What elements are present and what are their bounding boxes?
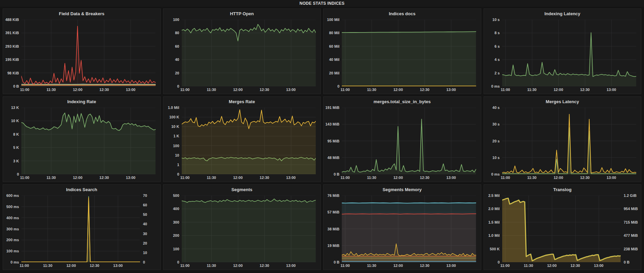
panel-http-open: HTTP Open 100806040200 11:0011:3012:0012… bbox=[163, 8, 321, 94]
plot-area[interactable] bbox=[182, 196, 316, 262]
x-axis: 11:0011:3012:0012:3013:00 bbox=[182, 262, 316, 269]
panel-segments-memory: Segments Memory 76 MiB57 MiB38 MiB19 MiB… bbox=[323, 184, 481, 270]
chart: 488 KiB391 KiB293 KiB195 KiB98 KiB0 B 11… bbox=[4, 20, 160, 93]
y-axis-right bbox=[316, 108, 320, 174]
chart-svg bbox=[502, 196, 621, 262]
plot-area[interactable] bbox=[182, 108, 316, 174]
panel-title[interactable]: Indexing Rate bbox=[3, 97, 160, 105]
chart: 2.5 Mil2.0 Mil1.5 Mil1.0 Mil500 K0 1.2 G… bbox=[485, 196, 641, 269]
y-axis-left: 76 MiB57 MiB38 MiB19 MiB0 B bbox=[324, 196, 342, 262]
dashboard-grid: Field Data & Breakers 488 KiB391 KiB293 … bbox=[0, 7, 644, 273]
chart: 76 MiB57 MiB38 MiB19 MiB0 B 11:0011:3012… bbox=[324, 196, 480, 269]
y-axis-right: 1.2 GiB954 MiB715 MiB477 MiB238 MiB0 B bbox=[621, 196, 640, 262]
chart-svg bbox=[342, 196, 476, 262]
chart-svg bbox=[342, 108, 476, 174]
plot-area[interactable] bbox=[342, 108, 476, 174]
plot-area[interactable] bbox=[502, 108, 637, 174]
panel-indices-docs: Indices docs 100 Mil80 Mil60 Mil40 Mil20… bbox=[323, 8, 481, 94]
x-axis: 11:0011:3012:0012:3013:00 bbox=[182, 174, 316, 181]
panel-title[interactable]: Indexing Latency bbox=[484, 9, 641, 17]
y-axis-right bbox=[476, 20, 480, 86]
chart-svg bbox=[21, 108, 156, 174]
chart-svg bbox=[182, 108, 316, 174]
chart: 100 Mil80 Mil60 Mil40 Mil20 Mil0 11:0011… bbox=[324, 20, 480, 93]
plot-area[interactable] bbox=[502, 20, 637, 86]
plot-area[interactable] bbox=[21, 20, 156, 86]
y-axis-left: 488 KiB391 KiB293 KiB195 KiB98 KiB0 B bbox=[4, 20, 21, 86]
panel-title[interactable]: Indices docs bbox=[324, 9, 481, 17]
panel-merges-latency: Merges Latency 40 s30 s20 s10 s0 ms 11:0… bbox=[484, 96, 642, 182]
chart: 600 ms500 ms400 ms300 ms200 ms100 ms0 ms… bbox=[4, 196, 160, 269]
panel-segments: Segments 5004003002001000 11:0011:3012:0… bbox=[163, 184, 321, 270]
chart: 13 K10 K8 K5 K3 K0 11:0011:3012:0012:301… bbox=[4, 108, 160, 181]
chart-svg bbox=[21, 20, 156, 86]
plot-area[interactable] bbox=[342, 20, 476, 86]
chart-svg bbox=[342, 20, 476, 86]
chart-svg bbox=[502, 20, 637, 86]
panel-indexing-latency: Indexing Latency 10 s8 s6 s4 s2 s0 ms 11… bbox=[484, 8, 642, 94]
chart: 10 s8 s6 s4 s2 s0 ms 11:0011:3012:0012:3… bbox=[485, 20, 641, 93]
panel-title[interactable]: Merges Latency bbox=[484, 97, 641, 105]
panel-title[interactable]: Field Data & Breakers bbox=[3, 9, 160, 17]
x-axis: 11:0011:3012:0012:3013:00 bbox=[502, 262, 621, 269]
plot-area[interactable] bbox=[342, 196, 476, 262]
panel-title[interactable]: HTTP Open bbox=[163, 9, 321, 17]
panel-indexing-rate: Indexing Rate 13 K10 K8 K5 K3 K0 11:0011… bbox=[3, 96, 161, 182]
panel-title[interactable]: Indices Search bbox=[3, 185, 160, 193]
y-axis-left: 100806040200 bbox=[164, 20, 182, 86]
x-axis: 11:0011:3012:0012:3013:00 bbox=[21, 174, 156, 181]
x-axis: 11:0011:3012:0012:3013:00 bbox=[21, 262, 140, 269]
plot-area[interactable] bbox=[21, 196, 140, 262]
y-axis-left: 191 MiB143 MiB95 MiB48 MiB0 B bbox=[324, 108, 342, 174]
chart: 5004003002001000 11:0011:3012:0012:3013:… bbox=[164, 196, 320, 269]
dashboard-title: NODE STATS INDICES bbox=[299, 1, 345, 6]
y-axis-right bbox=[636, 20, 640, 86]
panel-title[interactable]: Translog bbox=[484, 185, 641, 193]
chart: 1.0 Mil100 K10 K1 K1001010 11:0011:3012:… bbox=[164, 108, 320, 181]
y-axis-left: 40 s30 s20 s10 s0 ms bbox=[485, 108, 502, 174]
panel-title[interactable]: Merges Rate bbox=[163, 97, 321, 105]
chart-svg bbox=[182, 196, 316, 262]
y-axis-right bbox=[636, 108, 640, 174]
panel-title[interactable]: Segments bbox=[163, 185, 321, 193]
panel-field-data-breakers: Field Data & Breakers 488 KiB391 KiB293 … bbox=[3, 8, 161, 94]
x-axis: 11:0011:3012:0012:3013:00 bbox=[342, 174, 476, 181]
y-axis-right bbox=[476, 196, 480, 262]
panel-title[interactable]: Segments Memory bbox=[324, 185, 481, 193]
plot-area[interactable] bbox=[502, 196, 621, 262]
y-axis-right bbox=[156, 20, 160, 86]
y-axis-left: 2.5 Mil2.0 Mil1.5 Mil1.0 Mil500 K0 bbox=[485, 196, 502, 262]
x-axis: 11:0011:3012:0012:3013:00 bbox=[342, 86, 476, 93]
x-axis: 11:0011:3012:0012:3013:00 bbox=[182, 86, 316, 93]
panel-translog: Translog 2.5 Mil2.0 Mil1.5 Mil1.0 Mil500… bbox=[484, 184, 642, 270]
y-axis-right bbox=[316, 20, 320, 86]
panel-merges-total-size: merges.total_size_in_bytes 191 MiB143 Mi… bbox=[323, 96, 481, 182]
y-axis-right: 706050403020100 bbox=[140, 196, 160, 262]
x-axis: 11:0011:3012:0012:3013:00 bbox=[502, 174, 637, 181]
y-axis-right bbox=[156, 108, 160, 174]
x-axis: 11:0011:3012:0012:3013:00 bbox=[342, 262, 476, 269]
panel-title[interactable]: merges.total_size_in_bytes bbox=[324, 97, 481, 105]
chart: 191 MiB143 MiB95 MiB48 MiB0 B 11:0011:30… bbox=[324, 108, 480, 181]
panel-merges-rate: Merges Rate 1.0 Mil100 K10 K1 K1001010 1… bbox=[163, 96, 321, 182]
y-axis-left: 100 Mil80 Mil60 Mil40 Mil20 Mil0 bbox=[324, 20, 342, 86]
plot-area[interactable] bbox=[182, 20, 316, 86]
panel-indices-search: Indices Search 600 ms500 ms400 ms300 ms2… bbox=[3, 184, 161, 270]
y-axis-left: 13 K10 K8 K5 K3 K0 bbox=[4, 108, 21, 174]
y-axis-right bbox=[476, 108, 480, 174]
y-axis-right bbox=[316, 196, 320, 262]
chart: 40 s30 s20 s10 s0 ms 11:0011:3012:0012:3… bbox=[485, 108, 641, 181]
chart-svg bbox=[502, 108, 637, 174]
chart-svg bbox=[182, 20, 316, 86]
chart-svg bbox=[21, 196, 140, 262]
x-axis: 11:0011:3012:0012:3013:00 bbox=[21, 86, 156, 93]
dashboard-title-bar: NODE STATS INDICES bbox=[0, 0, 644, 7]
x-axis: 11:0011:3012:0012:3013:00 bbox=[502, 86, 637, 93]
y-axis-left: 10 s8 s6 s4 s2 s0 ms bbox=[485, 20, 502, 86]
chart: 100806040200 11:0011:3012:0012:3013:00 bbox=[164, 20, 320, 93]
plot-area[interactable] bbox=[21, 108, 156, 174]
y-axis-left: 600 ms500 ms400 ms300 ms200 ms100 ms0 ms bbox=[4, 196, 21, 262]
y-axis-left: 1.0 Mil100 K10 K1 K1001010 bbox=[164, 108, 182, 174]
y-axis-left: 5004003002001000 bbox=[164, 196, 182, 262]
